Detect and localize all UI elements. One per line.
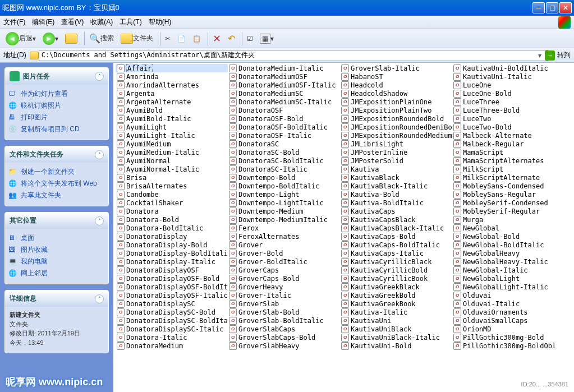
file-item[interactable]: AmorindaAlternates — [116, 81, 228, 89]
menu-favorites[interactable]: 收藏(A) — [90, 17, 113, 27]
delete-icon[interactable]: ✕ — [210, 31, 223, 46]
file-item[interactable]: KautivaCyrillicBlack — [340, 257, 452, 266]
file-item[interactable]: Downtempo-Medium — [228, 207, 340, 215]
file-item[interactable]: DonatoraDisplayOSF-Italic — [116, 291, 228, 299]
file-item[interactable]: KautivaUni-BoldItalic — [452, 64, 563, 72]
file-item[interactable]: Amorinda — [116, 72, 228, 81]
file-item[interactable]: Donatora-Bold — [116, 215, 228, 224]
file-item[interactable]: Donatora — [116, 207, 228, 215]
file-item[interactable]: JMExpositionRoundedMedium — [340, 131, 452, 140]
file-item[interactable]: DonatoraMediumOSF — [228, 72, 340, 81]
place-network[interactable]: 🌐网上邻居 — [8, 268, 105, 279]
file-item[interactable]: HeadcoldShadow — [340, 89, 452, 98]
file-item[interactable]: Kautiva-Bold — [340, 190, 452, 199]
copy-icon[interactable]: 📄 — [175, 34, 188, 44]
file-item[interactable]: Malbeck-Regular — [452, 140, 563, 148]
file-item[interactable]: DonatoraSC-BoldItalic — [228, 156, 340, 165]
file-item[interactable]: PillGothic300mg-BoldObl — [452, 342, 563, 350]
file-item[interactable]: AyumiNormal — [116, 156, 228, 165]
file-item[interactable]: HabanoST — [340, 72, 452, 81]
file-item[interactable]: JMPosterSolid — [340, 156, 452, 165]
file-item[interactable]: NewGlobal-BoldItalic — [452, 241, 563, 249]
file-item[interactable]: FeroxAlternates — [228, 232, 340, 241]
back-button[interactable]: ◄后退 ▾ — [3, 31, 38, 47]
file-item[interactable]: Olduvai-Italic — [452, 299, 563, 308]
file-item[interactable]: Candombe — [116, 190, 228, 199]
task-copy-cd[interactable]: 💿复制所有项目到 CD — [8, 123, 105, 135]
file-item[interactable]: KautivaUniBlack — [340, 325, 452, 333]
chevron-up-icon[interactable]: ˄ — [95, 216, 104, 225]
folders-button[interactable]: 文件夹 — [118, 33, 155, 45]
file-item[interactable]: JMExpositionRoundedBold — [340, 114, 452, 123]
file-item[interactable]: KautivaCaps-Italic — [340, 249, 452, 257]
file-item[interactable]: Kautiva-Italic — [340, 308, 452, 316]
file-item[interactable]: MobleySerif-Condensed — [452, 199, 563, 207]
file-item[interactable]: Murga — [452, 215, 563, 224]
file-item[interactable]: CocktailShaker — [116, 199, 228, 207]
file-item[interactable]: LuceOne-Bold — [452, 89, 563, 98]
file-item[interactable]: KautivaCapsBlack-Italic — [340, 224, 452, 232]
file-item[interactable]: MilkScript — [452, 165, 563, 173]
file-item[interactable]: Kautiva-BoldItalic — [340, 199, 452, 207]
file-item[interactable]: LuceOne — [452, 81, 563, 89]
file-item[interactable]: JMExpositionRoundedDemiBold — [340, 123, 452, 131]
file-item[interactable]: DonatoraMediumOSF-Italic — [228, 81, 340, 89]
file-item[interactable]: Donatora-BoldItalic — [116, 224, 228, 232]
file-item[interactable]: NewGlobalHeavy — [452, 249, 563, 257]
file-item[interactable]: GroverCaps-Bold — [228, 274, 340, 283]
file-item[interactable]: NewGlobal — [452, 224, 563, 232]
file-item[interactable]: Downtempo-Bold — [228, 173, 340, 182]
file-item[interactable]: AyumiLight — [116, 123, 228, 131]
file-item[interactable]: GroverSlabCaps-Bold — [228, 333, 340, 342]
file-item[interactable]: Argenta — [116, 89, 228, 98]
properties-icon[interactable]: ☑ — [245, 34, 255, 44]
file-item[interactable]: DonatoraDisplaySC-Bold — [116, 308, 228, 316]
file-item[interactable]: GroverCaps — [228, 266, 340, 274]
file-item[interactable]: KautivaUni-Bold — [340, 342, 452, 350]
file-item[interactable]: KautivaCapsBlack — [340, 215, 452, 224]
file-item[interactable]: DonatoraDisplay-Bold — [116, 241, 228, 249]
file-item[interactable]: Grover-BoldItalic — [228, 257, 340, 266]
file-item[interactable]: OrionMD — [452, 325, 563, 333]
file-item[interactable]: GroverSlab-Italic — [340, 64, 452, 72]
file-item[interactable]: OlduvaiSmallCaps — [452, 316, 563, 325]
place-my-computer[interactable]: 💻我的电脑 — [8, 256, 105, 268]
file-item[interactable]: DonatoraDisplayOSF-Bold — [116, 274, 228, 283]
file-item[interactable]: KautivaGreekBold — [340, 291, 452, 299]
file-item[interactable]: KautivaUni — [340, 316, 452, 325]
file-item[interactable]: Downtempo-LightItalic — [228, 199, 340, 207]
file-item[interactable]: DonatoraDisplaySC — [116, 299, 228, 308]
file-item[interactable]: Downtempo-MediumItalic — [228, 215, 340, 224]
file-item[interactable]: DonatoraMediumSC-Italic — [228, 98, 340, 106]
file-item[interactable]: GroverSlab — [228, 299, 340, 308]
file-item[interactable]: AyumiMedium — [116, 140, 228, 148]
task-publish-web[interactable]: 🌐将这个文件夹发布到 Web — [8, 178, 105, 190]
file-item[interactable]: Brisa — [116, 173, 228, 182]
file-item[interactable]: Ferox — [228, 224, 340, 232]
file-item[interactable]: NewGlobal-Italic — [452, 266, 563, 274]
file-item[interactable]: KautivaGreekBook — [340, 299, 452, 308]
forward-button[interactable]: ► ▾ — [40, 31, 61, 46]
menu-file[interactable]: 文件(F) — [3, 17, 25, 27]
file-item[interactable]: MobleySerif-Regular — [452, 207, 563, 215]
file-item[interactable]: Grover-Bold — [228, 249, 340, 257]
file-item[interactable]: DonatoraDisplayOSF — [116, 266, 228, 274]
file-item[interactable]: NewGlobalHeavy-Italic — [452, 257, 563, 266]
menu-help[interactable]: 帮助(H) — [149, 17, 172, 27]
file-item[interactable]: MobleySans-Condensed — [452, 182, 563, 190]
search-button[interactable]: 🔍搜索 — [87, 32, 116, 45]
file-item[interactable]: DonatoraDisplay-Italic — [116, 257, 228, 266]
task-new-folder[interactable]: 📁创建一个新文件夹 — [8, 166, 105, 178]
cut-icon[interactable]: ✂ — [163, 34, 173, 44]
file-item[interactable]: DonatoraDisplaySC-BoldItalic — [116, 316, 228, 325]
file-item[interactable]: DonatoraDisplaySC-Italic — [116, 325, 228, 333]
file-item[interactable]: KautivaBlack — [340, 173, 452, 182]
file-item[interactable]: LuceTwo — [452, 114, 563, 123]
file-item[interactable]: LuceThree-Bold — [452, 106, 563, 114]
file-item[interactable]: PillGothic300mg-Bold — [452, 333, 563, 342]
file-item[interactable]: GroverHeavy — [228, 283, 340, 291]
file-item[interactable]: DonatoraDisplayOSF-BoldItalic — [116, 283, 228, 291]
file-item[interactable]: KautivaGreekBlack — [340, 283, 452, 291]
file-item[interactable]: KautivaBlack-Italic — [340, 182, 452, 190]
file-item[interactable]: KautivaCyrillicBold — [340, 266, 452, 274]
